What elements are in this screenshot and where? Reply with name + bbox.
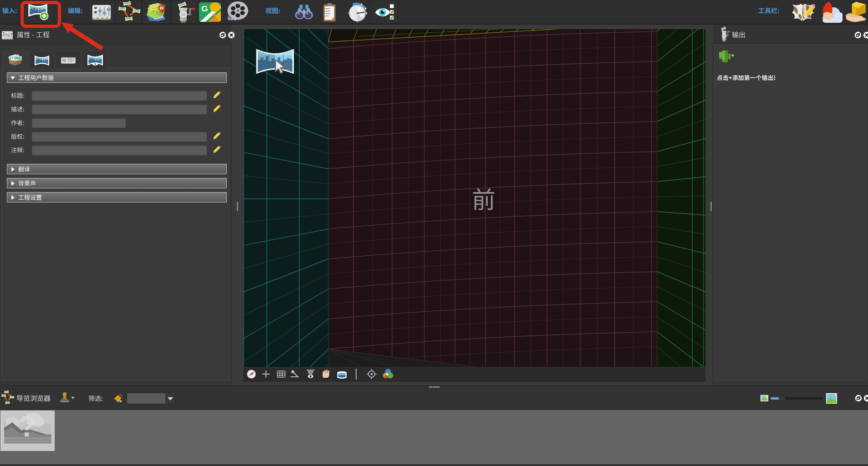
svg-text:?: ? [18, 410, 36, 443]
svg-text:G: G [201, 5, 208, 13]
